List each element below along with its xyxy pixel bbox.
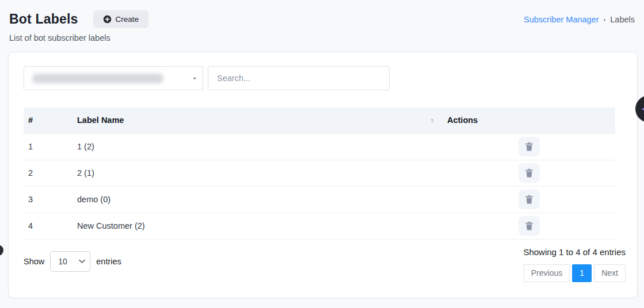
breadcrumb-subscriber-manager-link[interactable]: Subscriber Manager [524,15,599,24]
entries-label: entries [96,257,121,266]
table-row: 3 demo (0) [24,186,615,213]
footer-right: Showing 1 to 4 of 4 entries Previous 1 N… [523,247,626,282]
page-size-select-wrap: 10 [50,251,90,272]
left-edge-widget[interactable] [0,245,3,256]
page-1-button[interactable]: 1 [572,264,592,282]
row-label: demo (0) [73,186,443,213]
trash-icon [525,168,534,178]
page-size-control: Show 10 entries [24,247,121,272]
table-body: 1 1 (2) 2 2 (1) [24,133,615,239]
sort-arrows-icon[interactable]: ↑↓ [430,117,433,124]
table-row: 2 2 (1) [24,160,615,186]
row-label: 1 (2) [73,133,443,160]
table-row: 4 New Customer (2) [24,213,615,239]
bot-select-redacted-value [32,74,163,83]
breadcrumb-separator-icon: › [604,16,606,23]
delete-label-button[interactable] [519,216,540,236]
column-header-label-name[interactable]: Label Name ↑↓ [73,107,443,133]
next-page-button[interactable]: Next [594,264,626,282]
caret-down-icon: ▾ [193,76,196,81]
create-button[interactable]: Create [93,10,149,28]
page-subtitle: List of bot subscriber labels [9,33,635,43]
row-label: New Customer (2) [73,213,443,239]
previous-page-button[interactable]: Previous [524,264,570,282]
plus-circle-icon [103,15,112,24]
row-index: 4 [24,213,73,239]
page-title: Bot Labels [9,11,78,27]
table-header-row: # Label Name ↑↓ Actions [24,107,615,133]
row-actions [443,186,615,213]
row-actions [443,133,615,160]
table-row: 1 1 (2) [24,133,615,160]
table-head: # Label Name ↑↓ Actions [24,107,615,133]
pagination: Previous 1 Next [524,264,626,282]
page-header: Bot Labels Create Subscriber Manager › L… [0,0,644,43]
column-header-label-name-text: Label Name [77,116,124,125]
show-label: Show [24,257,44,266]
delete-label-button[interactable] [519,163,540,183]
trash-icon [525,142,534,151]
column-header-actions: Actions [443,107,615,133]
trash-icon [525,221,534,230]
sparkle-icon [638,102,644,117]
labels-table: # Label Name ↑↓ Actions 1 1 (2) [24,107,615,240]
create-button-label: Create [116,15,139,24]
labels-card: ▾ # Label Name ↑↓ Actions 1 1 (2) [8,52,638,298]
page-size-select[interactable]: 10 [50,251,90,272]
sort-descending-icon: ↓ [432,117,434,124]
row-actions [443,213,615,239]
breadcrumb: Subscriber Manager › Labels [524,15,635,24]
row-label: 2 (1) [73,160,443,186]
showing-summary: Showing 1 to 4 of 4 entries [523,247,626,257]
row-index: 2 [24,160,73,186]
delete-label-button[interactable] [519,190,540,209]
bot-select-dropdown[interactable]: ▾ [24,66,203,90]
column-header-index: # [24,107,73,133]
table-footer: Show 10 entries Showing 1 to 4 of 4 entr… [24,247,626,282]
row-index: 3 [24,186,73,213]
delete-label-button[interactable] [519,137,540,156]
row-index: 1 [24,133,73,160]
search-input[interactable] [208,66,390,90]
row-actions [443,160,615,186]
breadcrumb-current: Labels [610,15,635,24]
table-controls: ▾ [24,66,626,90]
trash-icon [525,195,534,204]
